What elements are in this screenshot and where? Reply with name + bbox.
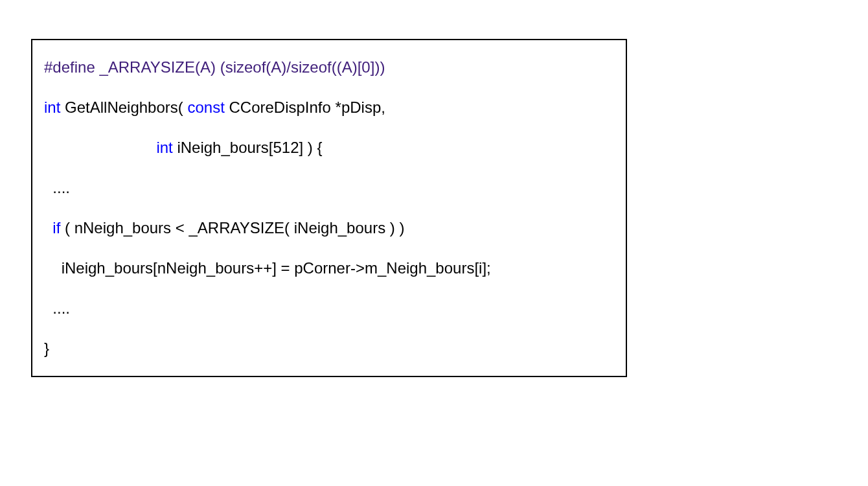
indent xyxy=(44,219,52,237)
macro-definition: _ARRAYSIZE(A) (sizeof(A)/sizeof((A)[0])) xyxy=(95,58,385,76)
code-line-ellipsis: .... xyxy=(44,297,614,320)
param-array: iNeigh_bours[512] ) { xyxy=(173,139,323,156)
code-block: #define _ARRAYSIZE(A) (sizeof(A)/sizeof(… xyxy=(31,39,627,377)
if-condition: ( nNeigh_bours < _ARRAYSIZE( iNeigh_bour… xyxy=(60,219,404,237)
indent xyxy=(44,139,156,156)
keyword-if: if xyxy=(52,219,60,237)
code-line-func-decl: int GetAllNeighbors( const CCoreDispInfo… xyxy=(44,96,614,119)
code-line-assign: iNeigh_bours[nNeigh_bours++] = pCorner->… xyxy=(44,257,614,280)
keyword-int: int xyxy=(44,98,60,116)
code-line-close-brace: } xyxy=(44,337,614,360)
keyword-const: const xyxy=(187,98,224,116)
code-line-if: if ( nNeigh_bours < _ARRAYSIZE( iNeigh_b… xyxy=(44,216,614,240)
code-line-define: #define _ARRAYSIZE(A) (sizeof(A)/sizeof(… xyxy=(44,56,614,79)
keyword-int: int xyxy=(156,139,172,156)
param-part: CCoreDispInfo *pDisp, xyxy=(225,98,385,116)
code-line-ellipsis: .... xyxy=(44,176,614,200)
preprocessor-keyword: #define xyxy=(44,58,95,76)
func-name-part: GetAllNeighbors( xyxy=(60,98,187,116)
code-line-param2: int iNeigh_bours[512] ) { xyxy=(44,136,614,159)
